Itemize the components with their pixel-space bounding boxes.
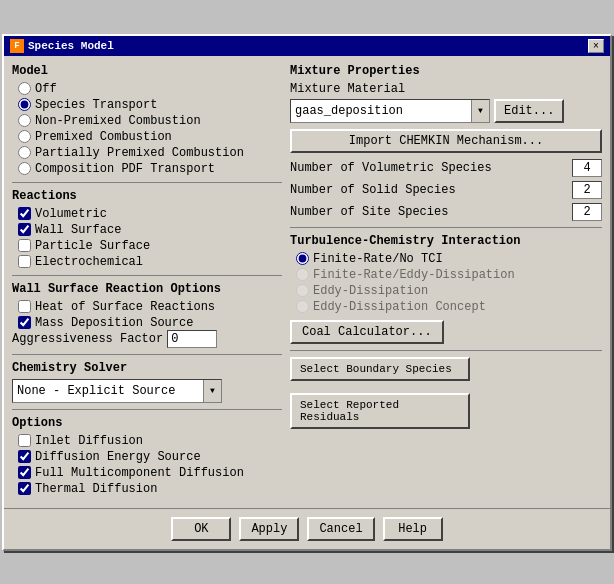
window-title: Species Model	[28, 40, 114, 52]
model-radio-off[interactable]	[18, 82, 31, 95]
window-icon: F	[10, 39, 24, 53]
reactions-checkbox-group: Volumetric Wall Surface Particle Surface…	[18, 207, 282, 269]
checkbox-heat-surface[interactable]	[18, 300, 31, 313]
left-panel: Model Off Species Transport Non-Premixed…	[12, 64, 282, 496]
help-button[interactable]: Help	[383, 517, 443, 541]
tci-radio-group: Finite-Rate/No TCI Finite-Rate/Eddy-Diss…	[296, 252, 602, 314]
model-option-partially-premixed[interactable]: Partially Premixed Combustion	[18, 146, 282, 160]
model-option-species-transport[interactable]: Species Transport	[18, 98, 282, 112]
reaction-volumetric[interactable]: Volumetric	[18, 207, 282, 221]
divider-1	[12, 182, 282, 183]
mixture-combo-row: gaas_deposition ▼ Edit...	[290, 99, 602, 123]
title-bar: F Species Model ×	[4, 36, 610, 56]
tci-eddy-concept[interactable]: Eddy-Dissipation Concept	[296, 300, 602, 314]
model-option-non-premixed[interactable]: Non-Premixed Combustion	[18, 114, 282, 128]
tci-radio-eddy-dissipation[interactable]	[296, 284, 309, 297]
divider-right-2	[290, 350, 602, 351]
close-button[interactable]: ×	[588, 39, 604, 53]
tci-radio-finite-eddy[interactable]	[296, 268, 309, 281]
turbulence-section-title: Turbulence-Chemistry Interaction	[290, 234, 602, 248]
model-section-title: Model	[12, 64, 282, 78]
site-species-label: Number of Site Species	[290, 205, 448, 219]
checkbox-thermal-diffusion[interactable]	[18, 482, 31, 495]
wall-surface-checkbox-group: Heat of Surface Reactions Mass Depositio…	[18, 300, 282, 330]
divider-right-1	[290, 227, 602, 228]
aggressiveness-input[interactable]	[167, 330, 217, 348]
checkbox-full-multicomponent[interactable]	[18, 466, 31, 479]
ok-button[interactable]: OK	[171, 517, 231, 541]
mass-deposition-source[interactable]: Mass Deposition Source	[18, 316, 282, 330]
site-species-row: Number of Site Species 2	[290, 203, 602, 221]
checkbox-wall-surface[interactable]	[18, 223, 31, 236]
cancel-button[interactable]: Cancel	[307, 517, 374, 541]
coal-calculator-wrapper: Coal Calculator...	[290, 320, 602, 344]
main-content: Model Off Species Transport Non-Premixed…	[4, 56, 610, 504]
mixture-properties-title: Mixture Properties	[290, 64, 602, 78]
divider-2	[12, 275, 282, 276]
tci-radio-eddy-concept[interactable]	[296, 300, 309, 313]
model-radio-group: Off Species Transport Non-Premixed Combu…	[18, 82, 282, 176]
reactions-section-title: Reactions	[12, 189, 282, 203]
option-inlet-diffusion[interactable]: Inlet Diffusion	[18, 434, 282, 448]
checkbox-diffusion-energy[interactable]	[18, 450, 31, 463]
volumetric-species-row: Number of Volumetric Species 4	[290, 159, 602, 177]
solid-species-row: Number of Solid Species 2	[290, 181, 602, 199]
select-boundary-species-button[interactable]: Select Boundary Species	[290, 357, 470, 381]
checkbox-volumetric[interactable]	[18, 207, 31, 220]
site-species-value: 2	[572, 203, 602, 221]
model-option-off[interactable]: Off	[18, 82, 282, 96]
option-full-multicomponent[interactable]: Full Multicomponent Diffusion	[18, 466, 282, 480]
species-buttons-group: Select Boundary Species Select Reported …	[290, 357, 602, 435]
options-section-title: Options	[12, 416, 282, 430]
volumetric-species-label: Number of Volumetric Species	[290, 161, 492, 175]
mixture-combo[interactable]: gaas_deposition ▼	[290, 99, 490, 123]
model-radio-species-transport[interactable]	[18, 98, 31, 111]
model-option-premixed[interactable]: Premixed Combustion	[18, 130, 282, 144]
mixture-combo-arrow[interactable]: ▼	[471, 100, 489, 122]
model-radio-non-premixed[interactable]	[18, 114, 31, 127]
checkbox-particle-surface[interactable]	[18, 239, 31, 252]
checkbox-mass-deposition[interactable]	[18, 316, 31, 329]
tci-radio-finite-no[interactable]	[296, 252, 309, 265]
reaction-particle-surface[interactable]: Particle Surface	[18, 239, 282, 253]
divider-4	[12, 409, 282, 410]
title-bar-left: F Species Model	[10, 39, 114, 53]
chemistry-solver-select[interactable]: None - Explicit Source	[13, 382, 203, 400]
chemistry-solver-title: Chemistry Solver	[12, 361, 282, 375]
reaction-electrochemical[interactable]: Electrochemical	[18, 255, 282, 269]
model-radio-composition-pdf[interactable]	[18, 162, 31, 175]
select-reported-residuals-button[interactable]: Select Reported Residuals	[290, 393, 470, 429]
reaction-wall-surface[interactable]: Wall Surface	[18, 223, 282, 237]
volumetric-species-value: 4	[572, 159, 602, 177]
coal-calculator-button[interactable]: Coal Calculator...	[290, 320, 444, 344]
option-thermal-diffusion[interactable]: Thermal Diffusion	[18, 482, 282, 496]
aggressiveness-row: Aggressiveness Factor	[12, 330, 282, 348]
mixture-material-label: Mixture Material	[290, 82, 602, 96]
model-radio-partially-premixed[interactable]	[18, 146, 31, 159]
option-diffusion-energy[interactable]: Diffusion Energy Source	[18, 450, 282, 464]
tci-eddy-dissipation[interactable]: Eddy-Dissipation	[296, 284, 602, 298]
wall-surface-section-title: Wall Surface Reaction Options	[12, 282, 282, 296]
bottom-bar: OK Apply Cancel Help	[4, 508, 610, 549]
edit-button[interactable]: Edit...	[494, 99, 564, 123]
options-checkbox-group: Inlet Diffusion Diffusion Energy Source …	[18, 434, 282, 496]
checkbox-electrochemical[interactable]	[18, 255, 31, 268]
heat-surface-reactions[interactable]: Heat of Surface Reactions	[18, 300, 282, 314]
chemistry-solver-combo[interactable]: None - Explicit Source ▼	[12, 379, 222, 403]
model-option-composition-pdf[interactable]: Composition PDF Transport	[18, 162, 282, 176]
aggressiveness-label: Aggressiveness Factor	[12, 332, 163, 346]
species-model-window: F Species Model × Model Off Species Tran…	[2, 34, 612, 551]
apply-button[interactable]: Apply	[239, 517, 299, 541]
mixture-select[interactable]: gaas_deposition	[291, 102, 471, 120]
checkbox-inlet-diffusion[interactable]	[18, 434, 31, 447]
solid-species-value: 2	[572, 181, 602, 199]
tci-finite-eddy[interactable]: Finite-Rate/Eddy-Dissipation	[296, 268, 602, 282]
model-radio-premixed[interactable]	[18, 130, 31, 143]
import-chemkin-button[interactable]: Import CHEMKIN Mechanism...	[290, 129, 602, 153]
divider-3	[12, 354, 282, 355]
right-panel: Mixture Properties Mixture Material gaas…	[290, 64, 602, 496]
solid-species-label: Number of Solid Species	[290, 183, 456, 197]
tci-finite-no[interactable]: Finite-Rate/No TCI	[296, 252, 602, 266]
chemistry-solver-arrow[interactable]: ▼	[203, 380, 221, 402]
